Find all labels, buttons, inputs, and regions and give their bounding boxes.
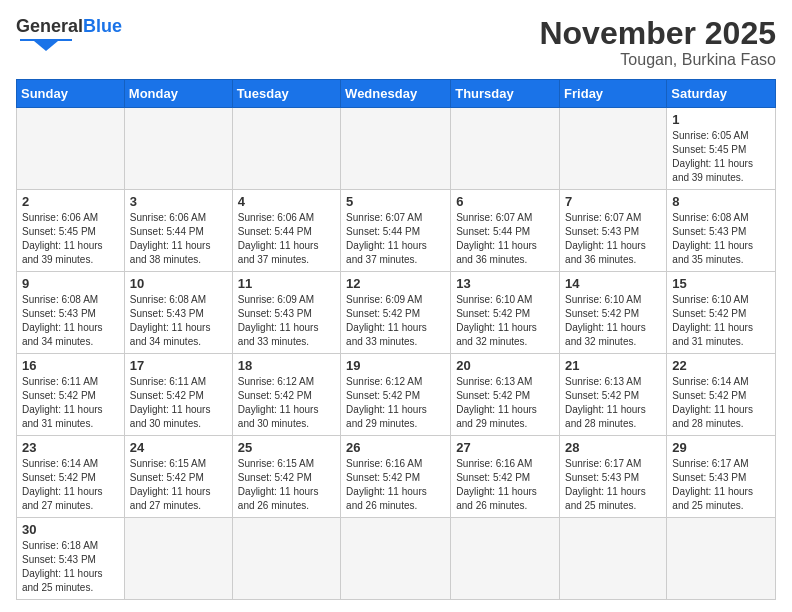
daylight-text: Daylight: 11 hours and 28 minutes. (565, 404, 646, 429)
table-row: 28Sunrise: 6:17 AMSunset: 5:43 PMDayligh… (560, 436, 667, 518)
day-info: Sunrise: 6:08 AMSunset: 5:43 PMDaylight:… (22, 293, 119, 349)
daylight-text: Daylight: 11 hours and 30 minutes. (130, 404, 211, 429)
sunrise-text: Sunrise: 6:06 AM (238, 212, 314, 223)
sunrise-text: Sunrise: 6:12 AM (346, 376, 422, 387)
header-wednesday: Wednesday (341, 80, 451, 108)
logo-text-blue: Blue (83, 16, 122, 37)
table-row: 3Sunrise: 6:06 AMSunset: 5:44 PMDaylight… (124, 190, 232, 272)
day-info: Sunrise: 6:08 AMSunset: 5:43 PMDaylight:… (672, 211, 770, 267)
logo-text-general: General (16, 16, 83, 37)
day-number: 25 (238, 440, 335, 455)
day-info: Sunrise: 6:11 AMSunset: 5:42 PMDaylight:… (22, 375, 119, 431)
day-number: 15 (672, 276, 770, 291)
table-row: 7Sunrise: 6:07 AMSunset: 5:43 PMDaylight… (560, 190, 667, 272)
calendar-week-row: 9Sunrise: 6:08 AMSunset: 5:43 PMDaylight… (17, 272, 776, 354)
sunset-text: Sunset: 5:43 PM (672, 226, 746, 237)
day-info: Sunrise: 6:17 AMSunset: 5:43 PMDaylight:… (565, 457, 661, 513)
calendar-week-row: 2Sunrise: 6:06 AMSunset: 5:45 PMDaylight… (17, 190, 776, 272)
day-number: 8 (672, 194, 770, 209)
daylight-text: Daylight: 11 hours and 34 minutes. (22, 322, 103, 347)
day-info: Sunrise: 6:10 AMSunset: 5:42 PMDaylight:… (565, 293, 661, 349)
sunrise-text: Sunrise: 6:06 AM (130, 212, 206, 223)
table-row: 30Sunrise: 6:18 AMSunset: 5:43 PMDayligh… (17, 518, 125, 600)
sunrise-text: Sunrise: 6:09 AM (346, 294, 422, 305)
calendar-title: November 2025 (539, 16, 776, 51)
day-number: 4 (238, 194, 335, 209)
day-info: Sunrise: 6:06 AMSunset: 5:44 PMDaylight:… (130, 211, 227, 267)
sunset-text: Sunset: 5:44 PM (456, 226, 530, 237)
sunset-text: Sunset: 5:42 PM (130, 390, 204, 401)
day-info: Sunrise: 6:17 AMSunset: 5:43 PMDaylight:… (672, 457, 770, 513)
day-info: Sunrise: 6:11 AMSunset: 5:42 PMDaylight:… (130, 375, 227, 431)
day-number: 18 (238, 358, 335, 373)
day-number: 20 (456, 358, 554, 373)
sunset-text: Sunset: 5:43 PM (130, 308, 204, 319)
day-number: 7 (565, 194, 661, 209)
sunset-text: Sunset: 5:42 PM (346, 472, 420, 483)
daylight-text: Daylight: 11 hours and 34 minutes. (130, 322, 211, 347)
daylight-text: Daylight: 11 hours and 29 minutes. (456, 404, 537, 429)
sunset-text: Sunset: 5:43 PM (565, 226, 639, 237)
header-friday: Friday (560, 80, 667, 108)
table-row (124, 518, 232, 600)
sunset-text: Sunset: 5:43 PM (22, 554, 96, 565)
day-number: 5 (346, 194, 445, 209)
day-info: Sunrise: 6:07 AMSunset: 5:44 PMDaylight:… (346, 211, 445, 267)
day-number: 6 (456, 194, 554, 209)
daylight-text: Daylight: 11 hours and 39 minutes. (672, 158, 753, 183)
sunrise-text: Sunrise: 6:09 AM (238, 294, 314, 305)
daylight-text: Daylight: 11 hours and 26 minutes. (346, 486, 427, 511)
day-number: 30 (22, 522, 119, 537)
sunset-text: Sunset: 5:42 PM (22, 472, 96, 483)
table-row: 20Sunrise: 6:13 AMSunset: 5:42 PMDayligh… (451, 354, 560, 436)
table-row (451, 518, 560, 600)
day-info: Sunrise: 6:16 AMSunset: 5:42 PMDaylight:… (346, 457, 445, 513)
sunset-text: Sunset: 5:42 PM (672, 390, 746, 401)
sunset-text: Sunset: 5:42 PM (456, 472, 530, 483)
table-row: 1Sunrise: 6:05 AMSunset: 5:45 PMDaylight… (667, 108, 776, 190)
day-number: 12 (346, 276, 445, 291)
day-info: Sunrise: 6:06 AMSunset: 5:44 PMDaylight:… (238, 211, 335, 267)
table-row: 25Sunrise: 6:15 AMSunset: 5:42 PMDayligh… (232, 436, 340, 518)
table-row: 14Sunrise: 6:10 AMSunset: 5:42 PMDayligh… (560, 272, 667, 354)
day-info: Sunrise: 6:10 AMSunset: 5:42 PMDaylight:… (672, 293, 770, 349)
day-number: 9 (22, 276, 119, 291)
sunrise-text: Sunrise: 6:07 AM (456, 212, 532, 223)
sunset-text: Sunset: 5:44 PM (130, 226, 204, 237)
sunrise-text: Sunrise: 6:05 AM (672, 130, 748, 141)
table-row (124, 108, 232, 190)
table-row (341, 518, 451, 600)
sunset-text: Sunset: 5:45 PM (22, 226, 96, 237)
title-block: November 2025 Tougan, Burkina Faso (539, 16, 776, 69)
daylight-text: Daylight: 11 hours and 32 minutes. (456, 322, 537, 347)
daylight-text: Daylight: 11 hours and 28 minutes. (672, 404, 753, 429)
sunset-text: Sunset: 5:42 PM (130, 472, 204, 483)
daylight-text: Daylight: 11 hours and 29 minutes. (346, 404, 427, 429)
day-info: Sunrise: 6:13 AMSunset: 5:42 PMDaylight:… (565, 375, 661, 431)
calendar-header-row: Sunday Monday Tuesday Wednesday Thursday… (17, 80, 776, 108)
table-row: 27Sunrise: 6:16 AMSunset: 5:42 PMDayligh… (451, 436, 560, 518)
table-row: 10Sunrise: 6:08 AMSunset: 5:43 PMDayligh… (124, 272, 232, 354)
header-saturday: Saturday (667, 80, 776, 108)
sunset-text: Sunset: 5:44 PM (238, 226, 312, 237)
sunset-text: Sunset: 5:42 PM (346, 308, 420, 319)
table-row: 4Sunrise: 6:06 AMSunset: 5:44 PMDaylight… (232, 190, 340, 272)
day-number: 1 (672, 112, 770, 127)
sunset-text: Sunset: 5:42 PM (456, 390, 530, 401)
sunrise-text: Sunrise: 6:08 AM (672, 212, 748, 223)
day-info: Sunrise: 6:09 AMSunset: 5:42 PMDaylight:… (346, 293, 445, 349)
daylight-text: Daylight: 11 hours and 26 minutes. (456, 486, 537, 511)
sunrise-text: Sunrise: 6:11 AM (130, 376, 206, 387)
day-info: Sunrise: 6:07 AMSunset: 5:43 PMDaylight:… (565, 211, 661, 267)
day-number: 28 (565, 440, 661, 455)
day-info: Sunrise: 6:14 AMSunset: 5:42 PMDaylight:… (22, 457, 119, 513)
sunset-text: Sunset: 5:42 PM (456, 308, 530, 319)
daylight-text: Daylight: 11 hours and 36 minutes. (456, 240, 537, 265)
sunrise-text: Sunrise: 6:10 AM (672, 294, 748, 305)
sunrise-text: Sunrise: 6:17 AM (672, 458, 748, 469)
table-row: 29Sunrise: 6:17 AMSunset: 5:43 PMDayligh… (667, 436, 776, 518)
table-row (232, 108, 340, 190)
table-row: 2Sunrise: 6:06 AMSunset: 5:45 PMDaylight… (17, 190, 125, 272)
table-row (451, 108, 560, 190)
daylight-text: Daylight: 11 hours and 31 minutes. (672, 322, 753, 347)
